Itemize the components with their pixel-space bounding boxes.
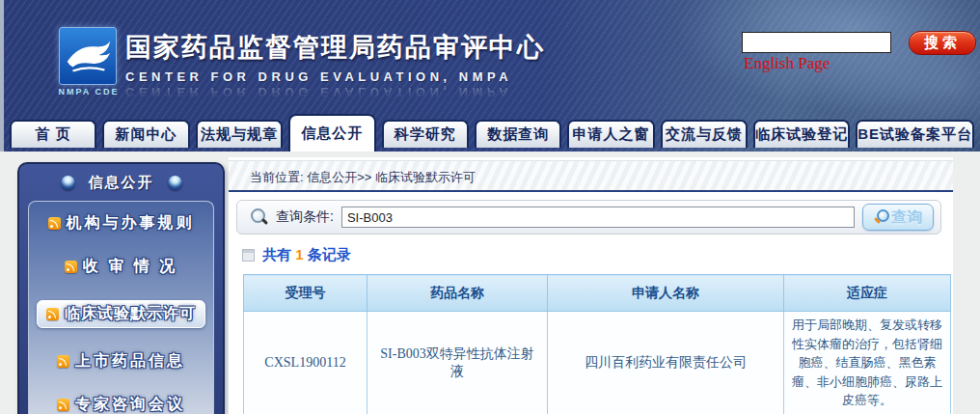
tab-data-query[interactable]: 数据查询 bbox=[475, 120, 561, 148]
cell-drug-name: SI-B003双特异性抗体注射液 bbox=[368, 312, 548, 414]
tab-clinical-trial-registration[interactable]: 临床试验登记 bbox=[753, 120, 850, 148]
main-content: 当前位置: 信息公开>> 临床试验默示许可 查询条件: 查询 共有 1 条记录 … bbox=[229, 157, 953, 414]
sidebar-item-review-status[interactable]: 收 审 情 况 bbox=[65, 257, 177, 277]
sidebar-title: 信息公开 bbox=[89, 174, 154, 192]
results-table: 受理号 药品名称 申请人名称 适应症 CXSL1900112 SI-B003双特… bbox=[243, 274, 951, 414]
breadcrumb: 当前位置: 信息公开>> 临床试验默示许可 bbox=[229, 160, 953, 192]
rss-icon bbox=[48, 217, 61, 230]
query-button-label: 查询 bbox=[892, 208, 923, 227]
orb-icon bbox=[168, 176, 182, 190]
sidebar-item-label: 机构与办事规则 bbox=[67, 213, 195, 234]
cell-applicant-name: 四川百利药业有限责任公司 bbox=[548, 312, 784, 414]
tab-be-trial-platform[interactable]: BE试验备案平台 bbox=[856, 120, 974, 148]
tab-home[interactable]: 首 页 bbox=[10, 120, 96, 148]
col-header-drug-name: 药品名称 bbox=[368, 275, 548, 312]
col-header-indication: 适应症 bbox=[784, 275, 951, 312]
tab-communication[interactable]: 交流与反馈 bbox=[661, 120, 748, 148]
header-search-input[interactable] bbox=[742, 32, 891, 53]
tab-research[interactable]: 科学研究 bbox=[382, 120, 469, 148]
records-text-pre: 共有 bbox=[262, 246, 291, 262]
table-row: CXSL1900112 SI-B003双特异性抗体注射液 四川百利药业有限责任公… bbox=[244, 312, 951, 414]
query-button[interactable]: 查询 bbox=[862, 204, 934, 231]
orb-icon bbox=[61, 176, 75, 190]
tab-regulations[interactable]: 法规与规章 bbox=[196, 120, 283, 148]
subtitle-reflection: CENTER FOR DRUG EVALUATION, NMPA bbox=[125, 85, 666, 99]
records-count: 1 bbox=[295, 246, 303, 262]
rss-icon bbox=[46, 308, 59, 320]
main-nav-tabbar: 首 页 新闻中心 法规与规章 信息公开 科学研究 数据查询 申请人之窗 交流与反… bbox=[4, 114, 980, 152]
sidebar-item-expert-consultation[interactable]: 专家咨询会议 bbox=[57, 395, 185, 414]
query-panel: 查询条件: 查询 bbox=[236, 200, 941, 235]
sidebar-item-label: 专家咨询会议 bbox=[75, 395, 185, 414]
english-page-link[interactable]: English Page bbox=[744, 54, 830, 73]
col-header-acceptance-no: 受理号 bbox=[244, 275, 368, 312]
col-header-applicant-name: 申请人名称 bbox=[548, 275, 784, 312]
sidebar-item-clinical-trial-implied-license[interactable]: 临床试验默示许可 bbox=[37, 300, 205, 328]
query-input[interactable] bbox=[341, 207, 855, 228]
rss-icon bbox=[65, 261, 77, 273]
site-subtitle: CENTER FOR DRUG EVALUATION, NMPA bbox=[125, 69, 666, 84]
rss-icon bbox=[57, 355, 69, 368]
title-block: 国家药品监督管理局药品审评中心 CENTER FOR DRUG EVALUATI… bbox=[125, 30, 666, 99]
tab-news[interactable]: 新闻中心 bbox=[102, 120, 189, 148]
sidebar-item-org-rules[interactable]: 机构与办事规则 bbox=[48, 213, 195, 234]
cell-indication: 用于局部晚期、复发或转移性实体瘤的治疗，包括肾细胞癌、结直肠癌、黑色素瘤、非小细… bbox=[784, 312, 951, 414]
sidebar: 信息公开 机构与办事规则 收 审 情 况 临床试验默示许可 上市药品信息 专家咨… bbox=[17, 162, 225, 414]
table-header-row: 受理号 药品名称 申请人名称 适应症 bbox=[244, 275, 951, 312]
header-search-button[interactable]: 搜索 bbox=[909, 31, 976, 55]
magnifier-icon bbox=[249, 207, 268, 227]
sidebar-item-label: 上市药品信息 bbox=[75, 351, 185, 372]
rss-icon bbox=[57, 399, 69, 411]
logo-caption: NMPA CDE bbox=[51, 87, 126, 97]
records-summary: 共有 1 条记录 bbox=[242, 246, 953, 264]
cell-acceptance-no: CXSL1900112 bbox=[244, 312, 368, 414]
sidebar-item-label: 收 审 情 况 bbox=[83, 257, 177, 277]
site-title: 国家药品监督管理局药品审评中心 bbox=[125, 30, 666, 65]
magnifier-icon bbox=[873, 209, 888, 225]
sidebar-menu: 机构与办事规则 收 审 情 况 临床试验默示许可 上市药品信息 专家咨询会议 bbox=[28, 201, 214, 414]
nmpa-cde-logo-icon bbox=[59, 27, 117, 85]
sidebar-header: 信息公开 bbox=[19, 164, 223, 201]
query-label: 查询条件: bbox=[276, 208, 334, 226]
tab-applicant-window[interactable]: 申请人之窗 bbox=[567, 120, 654, 148]
sidebar-item-label: 临床试验默示许可 bbox=[65, 304, 196, 324]
sidebar-item-marketed-drug-info[interactable]: 上市药品信息 bbox=[57, 351, 185, 372]
list-icon bbox=[242, 249, 255, 262]
records-text-post: 条记录 bbox=[308, 246, 351, 262]
tab-information-disclosure[interactable]: 信息公开 bbox=[288, 114, 375, 152]
swan-logo-glyph bbox=[60, 28, 116, 84]
